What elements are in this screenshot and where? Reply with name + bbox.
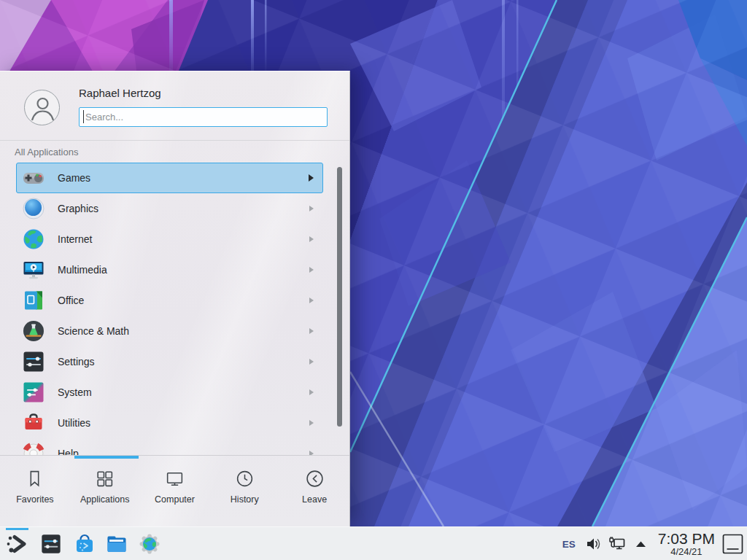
category-row-help[interactable]: Help bbox=[16, 438, 323, 455]
browser-globe-icon bbox=[139, 533, 160, 555]
category-row-science-math[interactable]: Science & Math bbox=[16, 316, 323, 346]
science-icon bbox=[22, 319, 45, 343]
chevron-right-icon bbox=[309, 389, 314, 395]
discover-button[interactable] bbox=[74, 533, 96, 555]
multimedia-icon bbox=[22, 258, 45, 281]
system-tray: ES 7:03 PM 4/24/21 bbox=[562, 527, 747, 560]
tab-label: Favorites bbox=[16, 494, 53, 505]
system-settings-icon bbox=[40, 533, 62, 555]
tab-history[interactable]: History bbox=[209, 459, 279, 526]
tab-leave[interactable]: Leave bbox=[279, 459, 349, 526]
launcher-active-indicator bbox=[6, 528, 28, 530]
tray-expander-button[interactable] bbox=[635, 539, 647, 549]
web-browser-button[interactable] bbox=[139, 533, 160, 555]
chevron-right-icon bbox=[309, 420, 314, 426]
speaker-icon bbox=[584, 536, 600, 552]
category-row-office[interactable]: Office bbox=[16, 285, 323, 316]
list-scrollbar[interactable] bbox=[337, 167, 342, 427]
chevron-right-icon bbox=[309, 236, 314, 242]
category-label: Utilities bbox=[58, 417, 90, 429]
tab-label: Computer bbox=[155, 494, 195, 505]
category-row-games[interactable]: Games bbox=[16, 163, 323, 193]
favorites-icon bbox=[25, 469, 44, 489]
chevron-right-icon bbox=[309, 328, 314, 334]
active-tab-indicator bbox=[74, 456, 139, 459]
application-launcher-menu: Raphael Hertzog All Applications Games bbox=[0, 71, 350, 526]
launcher-tab-bar: Favorites Applications Computer His bbox=[0, 459, 349, 526]
clock-time: 7:03 PM bbox=[658, 531, 715, 547]
tabbar-divider bbox=[0, 455, 349, 456]
system-settings-button[interactable] bbox=[40, 533, 62, 555]
digital-clock[interactable]: 7:03 PM 4/24/21 bbox=[658, 531, 715, 557]
office-icon bbox=[22, 289, 45, 312]
show-desktop-icon bbox=[722, 534, 743, 554]
category-row-settings[interactable]: Settings bbox=[16, 346, 323, 377]
clock-date: 4/24/21 bbox=[670, 547, 702, 557]
help-icon bbox=[22, 442, 45, 455]
applications-icon bbox=[95, 469, 115, 489]
network-button[interactable] bbox=[608, 536, 627, 552]
header-divider bbox=[0, 140, 349, 141]
category-label: Graphics bbox=[58, 203, 98, 214]
keyboard-layout-indicator[interactable]: ES bbox=[562, 539, 576, 550]
volume-button[interactable] bbox=[584, 536, 600, 552]
tab-favorites[interactable]: Favorites bbox=[0, 459, 70, 526]
search-input[interactable] bbox=[79, 107, 328, 127]
graphics-icon bbox=[22, 197, 45, 220]
category-label: System bbox=[58, 386, 92, 398]
category-label: Help bbox=[58, 448, 79, 455]
tab-label: History bbox=[231, 494, 259, 505]
chevron-right-icon bbox=[309, 359, 314, 365]
user-avatar[interactable] bbox=[24, 90, 60, 125]
category-row-internet[interactable]: Internet bbox=[16, 224, 323, 254]
taskbar-panel: ES 7:03 PM 4/24/21 bbox=[0, 526, 747, 560]
category-label: Office bbox=[58, 295, 84, 306]
dolphin-folder-icon bbox=[106, 533, 128, 555]
chevron-up-icon bbox=[635, 539, 647, 549]
section-label: All Applications bbox=[15, 147, 78, 158]
category-label: Multimedia bbox=[58, 264, 107, 276]
category-label: Science & Math bbox=[58, 325, 129, 337]
wired-network-icon bbox=[608, 536, 627, 552]
chevron-right-icon bbox=[309, 267, 314, 273]
kde-launcher-icon bbox=[6, 533, 28, 555]
user-name: Raphael Hertzog bbox=[79, 87, 161, 99]
chevron-right-icon bbox=[309, 206, 314, 211]
file-manager-button[interactable] bbox=[106, 533, 128, 555]
games-icon bbox=[22, 166, 45, 190]
history-icon bbox=[235, 469, 255, 489]
system-icon bbox=[22, 381, 45, 404]
internet-icon bbox=[22, 228, 45, 251]
chevron-right-icon bbox=[309, 298, 314, 303]
show-desktop-button[interactable] bbox=[722, 534, 743, 554]
computer-icon bbox=[165, 469, 185, 489]
category-label: Internet bbox=[58, 233, 92, 245]
category-row-utilities[interactable]: Utilities bbox=[16, 408, 323, 438]
category-row-graphics[interactable]: Graphics bbox=[16, 193, 323, 224]
tab-applications[interactable]: Applications bbox=[70, 459, 140, 526]
tab-label: Leave bbox=[302, 494, 327, 505]
category-list: Games Graphics bbox=[0, 163, 349, 455]
settings-icon bbox=[22, 350, 45, 373]
application-launcher-button[interactable] bbox=[6, 533, 28, 555]
text-cursor bbox=[83, 110, 84, 123]
discover-icon bbox=[74, 533, 96, 555]
tab-computer[interactable]: Computer bbox=[140, 459, 210, 526]
leave-icon bbox=[305, 469, 325, 489]
chevron-right-icon bbox=[309, 174, 314, 182]
tab-label: Applications bbox=[80, 494, 129, 505]
utilities-icon bbox=[22, 411, 45, 435]
category-row-system[interactable]: System bbox=[16, 377, 323, 408]
category-label: Games bbox=[58, 172, 90, 184]
category-label: Settings bbox=[58, 356, 95, 368]
category-row-multimedia[interactable]: Multimedia bbox=[16, 254, 323, 285]
